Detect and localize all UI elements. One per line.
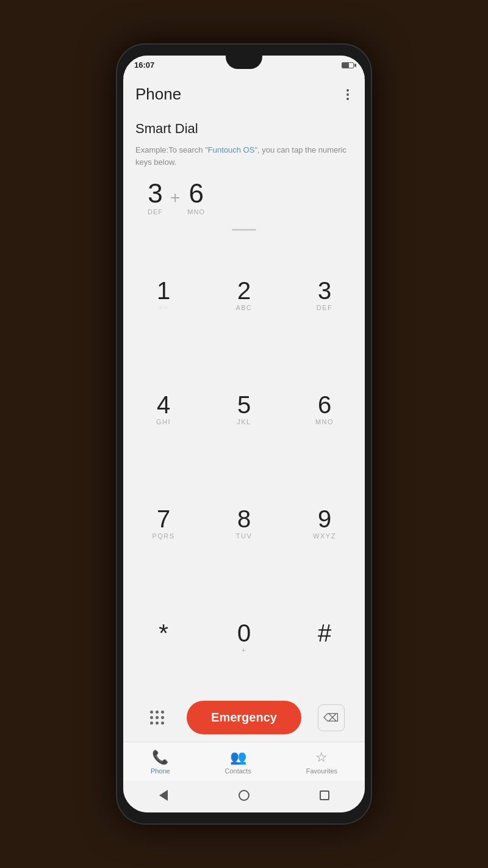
bottom-actions: Emergency ⌫ [123, 695, 365, 742]
key-hash[interactable]: # [284, 580, 365, 695]
nav-favourites-label: Favourites [306, 767, 337, 775]
status-bar: 16:07 [123, 60, 365, 70]
emergency-button[interactable]: Emergency [187, 701, 301, 734]
nav-contacts[interactable]: 👥 Contacts [213, 747, 264, 777]
contacts-nav-icon: 👥 [230, 750, 246, 765]
battery-icon [342, 62, 354, 68]
favourites-nav-icon: ☆ [315, 750, 328, 765]
phone-nav-icon: 📞 [152, 750, 168, 765]
smart-dial-description: Example:To search "Funtouch OS", you can… [135, 144, 353, 168]
bottom-nav: 📞 Phone 👥 Contacts ☆ Favourites [123, 742, 365, 781]
status-icons [342, 62, 354, 68]
phone-screen: 16:07 Phone Smart Dial Example:To search [123, 56, 365, 812]
app-header: Phone [123, 78, 365, 109]
smart-dial-highlight: Funtouch OS [208, 145, 255, 154]
nav-contacts-label: Contacts [225, 767, 251, 775]
notch-area: 16:07 [123, 56, 365, 78]
menu-button[interactable] [343, 85, 353, 104]
recents-button[interactable] [315, 786, 334, 805]
status-time: 16:07 [134, 60, 154, 70]
dots-grid-icon [150, 711, 164, 725]
dial-example: 3 DEF + 6 MNO [135, 178, 353, 220]
back-icon [159, 790, 168, 801]
dial-example-key2: 6 MNO [187, 180, 205, 215]
nav-phone-label: Phone [151, 767, 170, 775]
scroll-hint [123, 226, 365, 233]
key-8[interactable]: 8 TUV [204, 466, 284, 580]
home-icon [239, 790, 249, 801]
recents-icon [320, 790, 329, 800]
back-button[interactable] [154, 786, 173, 805]
dialpad: 1 ○○ 2 ABC 3 DEF 4 GHI 5 JKL [123, 233, 365, 695]
key-5[interactable]: 5 JKL [204, 352, 284, 466]
app-title: Phone [135, 85, 181, 104]
dialpad-toggle-button[interactable] [143, 704, 170, 731]
dial-example-key1: 3 DEF [148, 180, 163, 215]
nav-favourites[interactable]: ☆ Favourites [294, 747, 350, 777]
key-6[interactable]: 6 MNO [284, 352, 365, 466]
backspace-icon: ⌫ [323, 711, 339, 725]
dialpad-grid: 1 ○○ 2 ABC 3 DEF 4 GHI 5 JKL [123, 238, 365, 695]
smart-dial-section: Smart Dial Example:To search "Funtouch O… [123, 109, 365, 226]
key-9[interactable]: 9 WXYZ [284, 466, 365, 580]
key-1[interactable]: 1 ○○ [123, 238, 204, 352]
key-3[interactable]: 3 DEF [284, 238, 365, 352]
key-0[interactable]: 0 + [204, 580, 284, 695]
system-nav-bar [123, 781, 365, 812]
home-button[interactable] [234, 786, 254, 805]
key-4[interactable]: 4 GHI [123, 352, 204, 466]
nav-phone[interactable]: 📞 Phone [138, 747, 182, 777]
key-7[interactable]: 7 PQRS [123, 466, 204, 580]
phone-frame: 16:07 Phone Smart Dial Example:To search [116, 43, 372, 825]
backspace-button[interactable]: ⌫ [318, 704, 345, 731]
smart-dial-title: Smart Dial [135, 121, 353, 137]
key-2[interactable]: 2 ABC [204, 238, 284, 352]
dial-plus-sign: + [170, 188, 180, 208]
key-star[interactable]: * [123, 580, 204, 695]
